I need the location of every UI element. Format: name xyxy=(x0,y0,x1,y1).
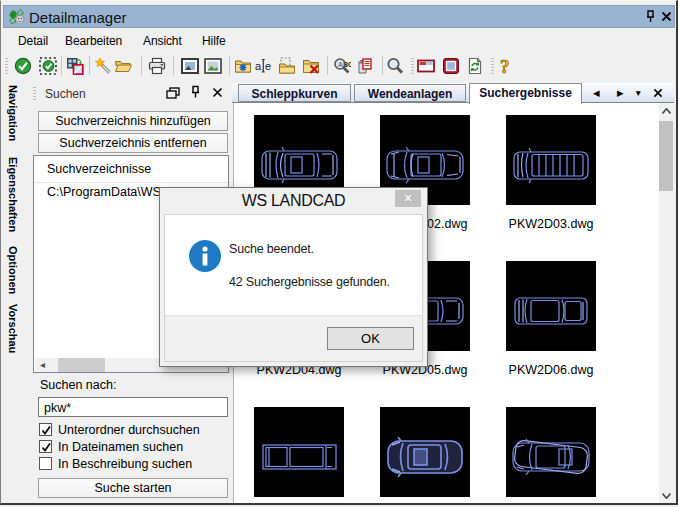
svg-text:?: ? xyxy=(500,57,510,75)
svg-text:a: a xyxy=(255,60,262,72)
svg-text:e: e xyxy=(265,60,271,72)
